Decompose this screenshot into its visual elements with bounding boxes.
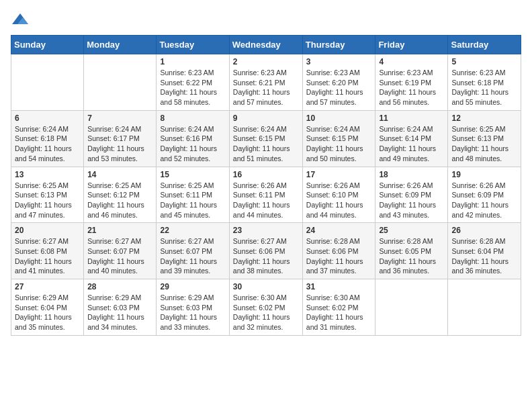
day-info: Sunrise: 6:23 AMSunset: 6:18 PMDaylight:… <box>451 68 517 107</box>
calendar-cell <box>11 54 84 111</box>
calendar-cell: 13Sunrise: 6:25 AMSunset: 6:13 PMDayligh… <box>11 167 84 223</box>
logo-icon <box>11 11 30 30</box>
day-info: Sunrise: 6:27 AMSunset: 6:07 PMDaylight:… <box>87 236 152 276</box>
calendar-cell: 12Sunrise: 6:25 AMSunset: 6:13 PMDayligh… <box>448 110 521 167</box>
calendar-cell: 28Sunrise: 6:29 AMSunset: 6:03 PMDayligh… <box>84 279 157 336</box>
calendar-cell: 5Sunrise: 6:23 AMSunset: 6:18 PMDaylight… <box>448 54 521 111</box>
day-number: 2 <box>233 57 299 66</box>
day-info: Sunrise: 6:25 AMSunset: 6:13 PMDaylight:… <box>451 124 517 164</box>
calendar-cell: 31Sunrise: 6:30 AMSunset: 6:02 PMDayligh… <box>302 279 375 336</box>
day-info: Sunrise: 6:24 AMSunset: 6:15 PMDaylight:… <box>306 124 372 164</box>
day-number: 19 <box>451 170 517 179</box>
day-number: 15 <box>160 170 225 179</box>
calendar-table: SundayMondayTuesdayWednesdayThursdayFrid… <box>11 35 521 336</box>
day-number: 28 <box>87 282 152 291</box>
calendar-cell: 17Sunrise: 6:26 AMSunset: 6:10 PMDayligh… <box>302 167 375 223</box>
calendar-cell: 22Sunrise: 6:27 AMSunset: 6:07 PMDayligh… <box>157 223 229 279</box>
weekday-header-sunday: Sunday <box>11 36 84 54</box>
calendar-cell: 20Sunrise: 6:27 AMSunset: 6:08 PMDayligh… <box>11 223 84 279</box>
day-info: Sunrise: 6:28 AMSunset: 6:04 PMDaylight:… <box>451 236 517 276</box>
day-number: 14 <box>87 170 152 179</box>
day-number: 27 <box>15 282 80 291</box>
day-number: 30 <box>233 282 299 291</box>
day-info: Sunrise: 6:26 AMSunset: 6:09 PMDaylight:… <box>451 181 517 220</box>
day-number: 22 <box>160 226 225 235</box>
calendar-cell: 19Sunrise: 6:26 AMSunset: 6:09 PMDayligh… <box>448 167 521 223</box>
calendar-week-2: 6Sunrise: 6:24 AMSunset: 6:18 PMDaylight… <box>11 110 521 167</box>
calendar-cell: 15Sunrise: 6:25 AMSunset: 6:11 PMDayligh… <box>157 167 229 223</box>
calendar-cell: 27Sunrise: 6:29 AMSunset: 6:04 PMDayligh… <box>11 279 84 336</box>
day-info: Sunrise: 6:23 AMSunset: 6:22 PMDaylight:… <box>160 68 225 107</box>
weekday-header-tuesday: Tuesday <box>157 36 229 54</box>
day-info: Sunrise: 6:24 AMSunset: 6:17 PMDaylight:… <box>87 124 152 164</box>
day-info: Sunrise: 6:23 AMSunset: 6:19 PMDaylight:… <box>379 68 444 107</box>
day-info: Sunrise: 6:28 AMSunset: 6:06 PMDaylight:… <box>306 236 372 276</box>
day-info: Sunrise: 6:24 AMSunset: 6:18 PMDaylight:… <box>15 124 80 164</box>
calendar-cell: 16Sunrise: 6:26 AMSunset: 6:11 PMDayligh… <box>229 167 302 223</box>
day-info: Sunrise: 6:25 AMSunset: 6:11 PMDaylight:… <box>160 181 225 220</box>
weekday-header-friday: Friday <box>375 36 448 54</box>
day-info: Sunrise: 6:25 AMSunset: 6:13 PMDaylight:… <box>15 181 80 220</box>
calendar-cell <box>84 54 157 111</box>
day-info: Sunrise: 6:30 AMSunset: 6:02 PMDaylight:… <box>233 293 299 332</box>
weekday-header-row: SundayMondayTuesdayWednesdayThursdayFrid… <box>11 36 521 54</box>
calendar-cell: 18Sunrise: 6:26 AMSunset: 6:09 PMDayligh… <box>375 167 448 223</box>
calendar-cell: 11Sunrise: 6:24 AMSunset: 6:14 PMDayligh… <box>375 110 448 167</box>
day-number: 26 <box>451 226 517 235</box>
calendar-cell: 2Sunrise: 6:23 AMSunset: 6:21 PMDaylight… <box>229 54 302 111</box>
day-number: 17 <box>306 170 372 179</box>
calendar-cell: 21Sunrise: 6:27 AMSunset: 6:07 PMDayligh… <box>84 223 157 279</box>
day-info: Sunrise: 6:24 AMSunset: 6:16 PMDaylight:… <box>160 124 225 164</box>
day-number: 11 <box>379 113 444 123</box>
day-info: Sunrise: 6:24 AMSunset: 6:15 PMDaylight:… <box>233 124 299 164</box>
calendar-cell: 7Sunrise: 6:24 AMSunset: 6:17 PMDaylight… <box>84 110 157 167</box>
calendar-week-3: 13Sunrise: 6:25 AMSunset: 6:13 PMDayligh… <box>11 167 521 223</box>
day-number: 8 <box>160 113 225 123</box>
day-number: 29 <box>160 282 225 291</box>
day-number: 23 <box>233 226 299 235</box>
calendar-cell: 4Sunrise: 6:23 AMSunset: 6:19 PMDaylight… <box>375 54 448 111</box>
calendar-cell: 1Sunrise: 6:23 AMSunset: 6:22 PMDaylight… <box>157 54 229 111</box>
day-info: Sunrise: 6:27 AMSunset: 6:06 PMDaylight:… <box>233 236 299 276</box>
day-info: Sunrise: 6:29 AMSunset: 6:03 PMDaylight:… <box>160 293 225 332</box>
day-number: 24 <box>306 226 372 235</box>
day-number: 20 <box>15 226 80 235</box>
calendar-cell: 14Sunrise: 6:25 AMSunset: 6:12 PMDayligh… <box>84 167 157 223</box>
day-info: Sunrise: 6:27 AMSunset: 6:08 PMDaylight:… <box>15 236 80 276</box>
calendar-cell: 26Sunrise: 6:28 AMSunset: 6:04 PMDayligh… <box>448 223 521 279</box>
day-number: 9 <box>233 113 299 123</box>
logo <box>11 11 32 30</box>
day-info: Sunrise: 6:29 AMSunset: 6:03 PMDaylight:… <box>87 293 152 332</box>
weekday-header-thursday: Thursday <box>302 36 375 54</box>
weekday-header-monday: Monday <box>84 36 157 54</box>
day-number: 25 <box>379 226 444 235</box>
calendar-cell: 8Sunrise: 6:24 AMSunset: 6:16 PMDaylight… <box>157 110 229 167</box>
day-info: Sunrise: 6:30 AMSunset: 6:02 PMDaylight:… <box>306 293 372 332</box>
day-info: Sunrise: 6:27 AMSunset: 6:07 PMDaylight:… <box>160 236 225 276</box>
day-number: 21 <box>87 226 152 235</box>
day-number: 1 <box>160 57 225 66</box>
calendar-cell <box>448 279 521 336</box>
day-number: 31 <box>306 282 372 291</box>
day-info: Sunrise: 6:24 AMSunset: 6:14 PMDaylight:… <box>379 124 444 164</box>
calendar-week-1: 1Sunrise: 6:23 AMSunset: 6:22 PMDaylight… <box>11 54 521 111</box>
day-info: Sunrise: 6:26 AMSunset: 6:11 PMDaylight:… <box>233 181 299 220</box>
day-number: 6 <box>15 113 80 123</box>
weekday-header-wednesday: Wednesday <box>229 36 302 54</box>
day-info: Sunrise: 6:23 AMSunset: 6:21 PMDaylight:… <box>233 68 299 107</box>
calendar-cell: 23Sunrise: 6:27 AMSunset: 6:06 PMDayligh… <box>229 223 302 279</box>
day-info: Sunrise: 6:26 AMSunset: 6:09 PMDaylight:… <box>379 181 444 220</box>
calendar-cell: 30Sunrise: 6:30 AMSunset: 6:02 PMDayligh… <box>229 279 302 336</box>
calendar-cell <box>375 279 448 336</box>
calendar-cell: 10Sunrise: 6:24 AMSunset: 6:15 PMDayligh… <box>302 110 375 167</box>
day-info: Sunrise: 6:26 AMSunset: 6:10 PMDaylight:… <box>306 181 372 220</box>
day-info: Sunrise: 6:28 AMSunset: 6:05 PMDaylight:… <box>379 236 444 276</box>
day-info: Sunrise: 6:23 AMSunset: 6:20 PMDaylight:… <box>306 68 372 107</box>
calendar-cell: 6Sunrise: 6:24 AMSunset: 6:18 PMDaylight… <box>11 110 84 167</box>
calendar-cell: 3Sunrise: 6:23 AMSunset: 6:20 PMDaylight… <box>302 54 375 111</box>
calendar-week-4: 20Sunrise: 6:27 AMSunset: 6:08 PMDayligh… <box>11 223 521 279</box>
day-info: Sunrise: 6:25 AMSunset: 6:12 PMDaylight:… <box>87 181 152 220</box>
calendar-cell: 9Sunrise: 6:24 AMSunset: 6:15 PMDaylight… <box>229 110 302 167</box>
day-number: 13 <box>15 170 80 179</box>
day-number: 16 <box>233 170 299 179</box>
